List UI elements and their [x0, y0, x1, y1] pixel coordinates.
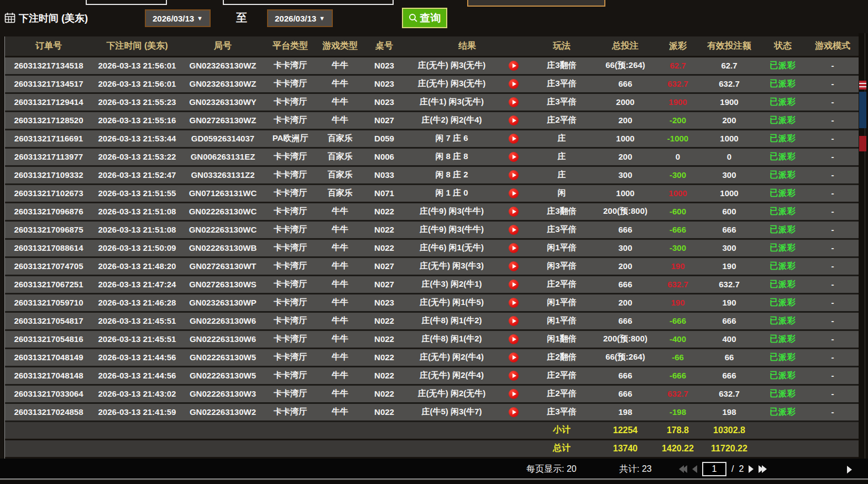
subtotal-valid-bet: 10302.8 — [699, 421, 759, 439]
subtotal-label: 小计 — [529, 421, 594, 439]
cell-table-no: N022 — [363, 220, 405, 239]
col-header-game-type: 游戏类型 — [317, 36, 363, 56]
cell-round-id: GN006263131EZ — [182, 148, 264, 166]
table-row: 260313217096875 2026-03-13 21:51:08 GN02… — [5, 220, 859, 239]
cell-order-id: 260313217048149 — [5, 348, 92, 366]
query-button[interactable]: 查询 — [402, 8, 447, 28]
cell-order-id: 260313217054817 — [5, 312, 92, 330]
cell-round-id: GD05926314037 — [182, 129, 264, 148]
cell-bet-time: 2026-03-13 21:45:51 — [92, 330, 182, 348]
col-header-game-mode: 游戏模式 — [807, 36, 859, 56]
cell-order-id: 260313217059710 — [5, 293, 92, 312]
col-header-valid-bet: 有效投注额 — [699, 36, 759, 56]
page-number-input[interactable]: 1 — [702, 462, 726, 476]
subtotal-total-bet: 12254 — [594, 421, 656, 439]
replay-video-icon[interactable] — [509, 316, 519, 326]
cell-result: 庄(牛2) 闲2(牛4) — [405, 111, 498, 129]
cell-round-id: GN022263130W3 — [182, 385, 264, 403]
replay-video-icon[interactable] — [509, 225, 519, 235]
table-row: 260313217134518 2026-03-13 21:56:01 GN02… — [5, 56, 859, 75]
table-row: 260313217128520 2026-03-13 21:55:16 GN02… — [5, 111, 859, 129]
date-from-select[interactable]: 2026/03/13▼ — [145, 9, 211, 27]
prev-page-button[interactable] — [692, 465, 697, 473]
cell-round-id: GN022263130W6 — [182, 312, 264, 330]
scroll-right-icon[interactable] — [847, 466, 852, 474]
cell-game-type: 牛牛 — [317, 93, 363, 111]
cell-result: 庄(无牛) 闲2(无牛) — [405, 385, 498, 403]
page-separator: / — [731, 464, 734, 474]
cell-valid-bet: 666 — [699, 312, 759, 330]
cell-round-id: GN022263130W2 — [182, 403, 264, 421]
date-to-value: 2026/03/13 — [275, 14, 316, 23]
cell-result: 闲 8 庄 2 — [405, 166, 498, 184]
replay-video-icon[interactable] — [509, 280, 519, 290]
replay-video-icon[interactable] — [509, 261, 519, 271]
cell-payout: -200 — [656, 111, 699, 129]
cell-game-mode: - — [807, 275, 859, 293]
cell-valid-bet: 632.7 — [699, 275, 759, 293]
cell-total-bet: 66(预:264) — [594, 348, 656, 366]
cell-platform: 卡卡湾厅 — [264, 403, 317, 421]
cell-result: 庄(牛8) 闲1(牛2) — [405, 312, 498, 330]
cell-table-no: N027 — [363, 257, 405, 275]
cell-total-bet: 200 — [594, 148, 656, 166]
cell-payout: 632.7 — [656, 275, 699, 293]
cell-status: 已派彩 — [759, 111, 807, 129]
cell-play-type: 庄3翻倍 — [529, 56, 594, 75]
replay-video-icon[interactable] — [509, 334, 519, 344]
cell-status: 已派彩 — [759, 312, 807, 330]
cell-payout: -66 — [656, 348, 699, 366]
cell-total-bet: 198 — [594, 403, 656, 421]
right-scroll-strip[interactable] — [859, 33, 868, 459]
replay-video-icon[interactable] — [509, 371, 519, 381]
cell-game-type: 牛牛 — [317, 293, 363, 312]
cell-result: 庄(无牛) 闲3(无牛) — [405, 56, 498, 75]
search-icon — [409, 13, 418, 23]
replay-video-icon[interactable] — [509, 61, 519, 71]
replay-video-icon[interactable] — [509, 134, 519, 144]
cell-table-no: N071 — [363, 184, 405, 202]
cell-total-bet: 1000 — [594, 129, 656, 148]
cell-result: 庄(牛3) 闲2(牛1) — [405, 275, 498, 293]
replay-video-icon[interactable] — [509, 170, 519, 180]
cell-game-type: 牛牛 — [317, 202, 363, 220]
cell-platform: 卡卡湾厅 — [264, 220, 317, 239]
replay-video-icon[interactable] — [509, 152, 519, 162]
replay-video-icon[interactable] — [509, 389, 519, 399]
replay-video-icon[interactable] — [509, 115, 519, 125]
replay-video-icon[interactable] — [509, 407, 519, 417]
cell-bet-time: 2026-03-13 21:51:55 — [92, 184, 182, 202]
replay-video-icon[interactable] — [509, 207, 519, 217]
cell-game-mode: - — [807, 148, 859, 166]
replay-video-icon[interactable] — [509, 97, 519, 107]
total-count-label: 共计: 23 — [619, 464, 652, 475]
first-page-button[interactable] — [679, 465, 687, 473]
cell-status: 已派彩 — [759, 257, 807, 275]
cell-payout: 0 — [656, 148, 699, 166]
cell-play-type: 庄3平倍 — [529, 403, 594, 421]
cell-play-type: 闲3平倍 — [529, 257, 594, 275]
cell-game-type: 百家乐 — [317, 184, 363, 202]
cell-game-type: 百家乐 — [317, 129, 363, 148]
date-to-select[interactable]: 2026/03/13▼ — [267, 9, 333, 27]
cell-order-id: 260313217113977 — [5, 148, 92, 166]
next-page-button[interactable] — [749, 465, 754, 473]
cell-total-bet: 666 — [594, 312, 656, 330]
replay-video-icon[interactable] — [509, 188, 519, 198]
cell-result: 庄(牛8) 闲1(牛2) — [405, 330, 498, 348]
replay-video-icon[interactable] — [509, 298, 519, 308]
cell-total-bet: 200 — [594, 257, 656, 275]
cell-game-mode: - — [807, 312, 859, 330]
cell-platform: 卡卡湾厅 — [264, 293, 317, 312]
replay-video-icon[interactable] — [509, 353, 519, 362]
background-fragment — [859, 81, 866, 90]
cell-valid-bet: 300 — [699, 166, 759, 184]
cell-status: 已派彩 — [759, 366, 807, 385]
replay-video-icon[interactable] — [509, 79, 519, 89]
last-page-button[interactable] — [759, 465, 767, 473]
cell-platform: 卡卡湾厅 — [264, 93, 317, 111]
cell-valid-bet: 200 — [699, 111, 759, 129]
cell-result: 闲 1 庄 0 — [405, 184, 498, 202]
replay-video-icon[interactable] — [509, 243, 519, 253]
date-range-to-label: 至 — [236, 10, 247, 25]
